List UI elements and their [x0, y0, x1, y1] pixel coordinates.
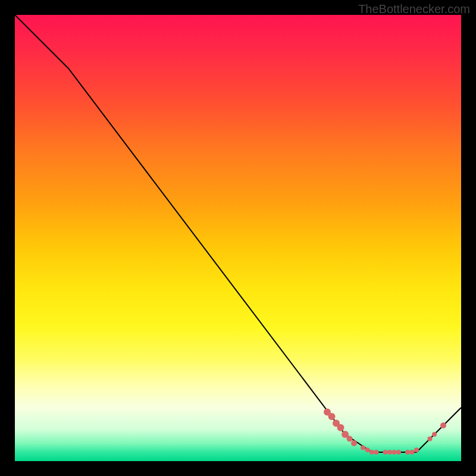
plot-gradient-background — [15, 15, 461, 461]
chart-container: TheBottlenecker.com — [0, 0, 476, 476]
watermark-text: TheBottlenecker.com — [358, 2, 470, 16]
